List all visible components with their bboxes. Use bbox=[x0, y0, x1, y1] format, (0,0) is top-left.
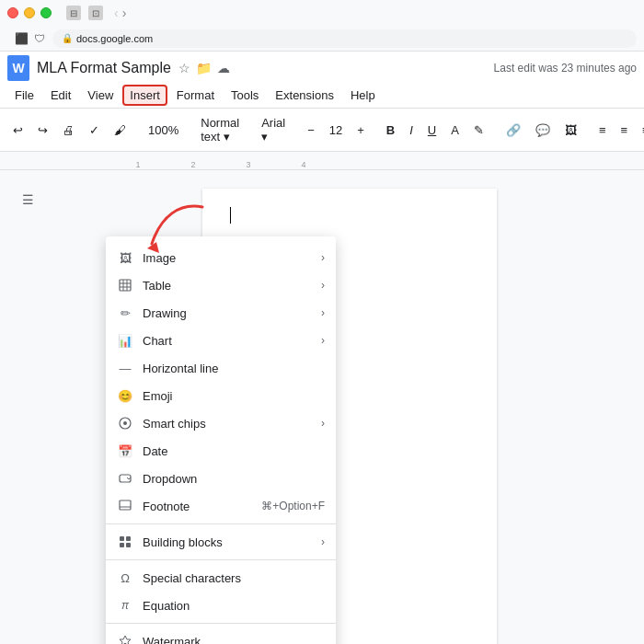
undo-button[interactable]: ↩ bbox=[7, 120, 29, 141]
drawing-label: Drawing bbox=[143, 306, 312, 320]
watermark-label: Watermark bbox=[143, 635, 325, 645]
last-edit-label: Last edit was 23 minutes ago bbox=[494, 62, 637, 75]
doc-icon-label: W bbox=[12, 61, 24, 75]
menu-item-special-characters[interactable]: Ω Special characters bbox=[106, 564, 336, 592]
menu-tools[interactable]: Tools bbox=[224, 85, 266, 106]
menu-help[interactable]: Help bbox=[343, 85, 383, 106]
url-bar-area: ⬛ 🛡 🔒 docs.google.com bbox=[0, 26, 644, 52]
menu-item-smart-chips[interactable]: Smart chips › bbox=[106, 409, 336, 437]
highlight-button[interactable]: ✎ bbox=[468, 120, 489, 141]
toolbar: ↩ ↪ 🖨 ✓ 🖌 100% Normal text ▾ Arial ▾ − 1… bbox=[0, 109, 644, 152]
horizontal-line-label: Horizontal line bbox=[143, 362, 325, 375]
print-button[interactable]: 🖨 bbox=[57, 120, 80, 141]
text-cursor bbox=[230, 207, 231, 224]
table-label: Table bbox=[143, 279, 312, 293]
url-bar[interactable]: 🔒 docs.google.com bbox=[52, 29, 637, 48]
main-content: ☰ 🖼 Image › bbox=[0, 170, 644, 644]
italic-button[interactable]: I bbox=[404, 120, 419, 141]
chart-arrow: › bbox=[321, 334, 325, 347]
menu-item-building-blocks[interactable]: Building blocks › bbox=[106, 528, 336, 556]
redo-button[interactable]: ↪ bbox=[32, 120, 53, 141]
sidebar-toggle[interactable]: ⊟ bbox=[66, 6, 81, 20]
building-blocks-icon bbox=[117, 534, 133, 550]
doc-icon: W bbox=[7, 55, 29, 81]
smart-chips-icon bbox=[117, 415, 133, 431]
svg-rect-11 bbox=[120, 536, 124, 541]
forward-arrow[interactable]: › bbox=[122, 6, 127, 20]
dropdown-icon bbox=[117, 470, 133, 487]
comment-button[interactable]: 💬 bbox=[530, 120, 556, 141]
menu-insert[interactable]: Insert bbox=[122, 85, 167, 106]
menu-item-watermark[interactable]: Watermark bbox=[106, 627, 336, 644]
layout-toggle[interactable]: ⊡ bbox=[88, 6, 103, 20]
insert-dropdown-menu: 🖼 Image › Table › ✏ bbox=[106, 236, 336, 644]
zoom-selector[interactable]: 100% bbox=[143, 120, 184, 141]
menu-item-footnote[interactable]: Footnote ⌘+Option+F bbox=[106, 492, 336, 520]
menu-item-dropdown[interactable]: Dropdown bbox=[106, 465, 336, 492]
chart-label: Chart bbox=[143, 334, 312, 348]
image-button[interactable]: 🖼 bbox=[559, 120, 582, 141]
font-selector[interactable]: Arial ▾ bbox=[256, 112, 291, 147]
table-arrow: › bbox=[321, 279, 325, 292]
menu-format[interactable]: Format bbox=[169, 85, 222, 106]
menu-item-emoji[interactable]: 😊 Emoji bbox=[106, 382, 336, 409]
menu-item-image[interactable]: 🖼 Image › bbox=[106, 244, 336, 271]
folder-icon[interactable]: 📁 bbox=[196, 61, 212, 75]
align-center-button[interactable]: ≡ bbox=[615, 120, 634, 141]
menu-item-table[interactable]: Table › bbox=[106, 271, 336, 299]
lock-icon: 🔒 bbox=[62, 33, 73, 43]
minimize-button[interactable] bbox=[24, 7, 35, 18]
font-size-input[interactable]: 12 bbox=[324, 120, 348, 141]
special-characters-icon: Ω bbox=[117, 569, 133, 586]
menu-section-2: Building blocks › bbox=[106, 524, 336, 560]
decrease-font-button[interactable]: − bbox=[302, 120, 320, 141]
link-button[interactable]: 🔗 bbox=[500, 120, 526, 141]
menu-item-date[interactable]: 📅 Date bbox=[106, 437, 336, 465]
url-text: docs.google.com bbox=[76, 33, 153, 44]
increase-font-button[interactable]: + bbox=[351, 120, 370, 141]
menu-item-horizontal-line[interactable]: — Horizontal line bbox=[106, 354, 336, 382]
image-arrow: › bbox=[321, 251, 325, 264]
spellcheck-button[interactable]: ✓ bbox=[84, 120, 105, 141]
style-selector[interactable]: Normal text ▾ bbox=[195, 112, 245, 147]
cloud-icon[interactable]: ☁ bbox=[217, 61, 230, 75]
building-blocks-label: Building blocks bbox=[143, 535, 312, 549]
smart-chips-arrow: › bbox=[321, 417, 325, 430]
menu-item-equation[interactable]: π Equation bbox=[106, 592, 336, 619]
menu-item-drawing[interactable]: ✏ Drawing › bbox=[106, 299, 336, 327]
date-icon: 📅 bbox=[117, 443, 133, 459]
ruler-3: 3 bbox=[221, 160, 276, 169]
menu-item-chart[interactable]: 📊 Chart › bbox=[106, 327, 336, 354]
app-header: W MLA Format Sample ☆ 📁 ☁ Last edit was … bbox=[0, 52, 644, 109]
maximize-button[interactable] bbox=[40, 7, 52, 18]
emoji-icon: 😊 bbox=[117, 387, 133, 404]
align-right-button[interactable]: ≡ bbox=[637, 120, 644, 141]
menu-section-4: Watermark Headers & footers › # bbox=[106, 624, 336, 644]
close-button[interactable] bbox=[7, 7, 18, 18]
footnote-label: Footnote bbox=[143, 500, 252, 513]
svg-point-7 bbox=[123, 421, 127, 425]
menu-extensions[interactable]: Extensions bbox=[268, 85, 341, 106]
doc-title: MLA Format Sample bbox=[37, 60, 171, 76]
paint-format-button[interactable]: 🖌 bbox=[109, 120, 132, 141]
sidebar-icon-outline[interactable]: ☰ bbox=[17, 189, 39, 211]
dropdown-label: Dropdown bbox=[143, 472, 325, 486]
footnote-shortcut: ⌘+Option+F bbox=[261, 500, 325, 512]
back-arrow[interactable]: ‹ bbox=[114, 6, 119, 20]
underline-button[interactable]: U bbox=[422, 120, 442, 141]
building-blocks-arrow: › bbox=[321, 535, 325, 548]
svg-rect-9 bbox=[120, 500, 131, 510]
bold-button[interactable]: B bbox=[381, 120, 400, 141]
menu-view[interactable]: View bbox=[80, 85, 121, 106]
table-icon bbox=[117, 277, 133, 293]
emoji-label: Emoji bbox=[143, 389, 325, 403]
sidebar: ☰ bbox=[0, 170, 55, 644]
svg-rect-12 bbox=[126, 536, 131, 541]
menu-edit[interactable]: Edit bbox=[43, 85, 78, 106]
title-bar: ⊟ ⊡ ‹ › bbox=[0, 0, 644, 26]
star-icon[interactable]: ☆ bbox=[178, 61, 190, 75]
menu-section-1: 🖼 Image › Table › ✏ bbox=[106, 240, 336, 524]
align-left-button[interactable]: ≡ bbox=[593, 120, 612, 141]
menu-file[interactable]: File bbox=[7, 85, 41, 106]
font-color-button[interactable]: A bbox=[445, 120, 465, 141]
